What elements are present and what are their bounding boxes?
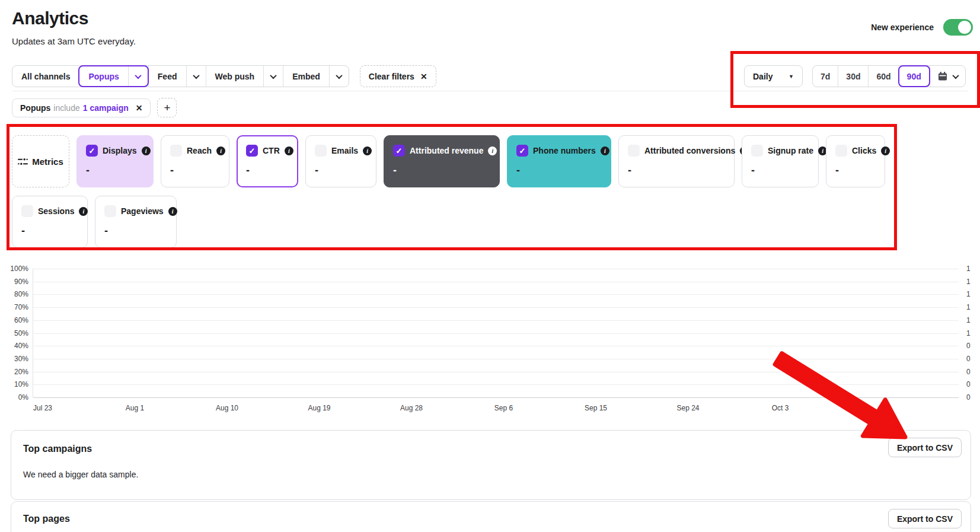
y-axis-tick-right: 1 bbox=[966, 303, 971, 311]
chart-plot: 100%190%180%170%160%150%140%030%020%010%… bbox=[33, 269, 959, 397]
granularity-select[interactable]: Daily ▼ bbox=[744, 65, 803, 87]
checkbox-unchecked[interactable] bbox=[104, 205, 116, 217]
new-experience-toggle[interactable] bbox=[943, 19, 973, 36]
metric-card-reach[interactable]: Reach i - bbox=[161, 135, 229, 187]
add-filter-button[interactable]: + bbox=[157, 98, 177, 117]
metric-label: Reach bbox=[187, 146, 212, 155]
range-90d[interactable]: 90d bbox=[898, 65, 930, 87]
granularity-value: Daily bbox=[753, 72, 772, 81]
chevron-down-icon bbox=[952, 72, 959, 78]
range-7d[interactable]: 7d bbox=[813, 66, 838, 87]
y-axis-tick-left: 70% bbox=[14, 303, 28, 311]
x-axis-tick: Aug 28 bbox=[400, 404, 423, 412]
checkbox-checked[interactable]: ✓ bbox=[393, 145, 405, 157]
y-axis-tick-left: 80% bbox=[14, 290, 28, 298]
channel-feed-label[interactable]: Feed bbox=[149, 66, 186, 87]
y-axis-tick-right: 0 bbox=[966, 393, 971, 402]
top-campaigns-title: Top campaigns bbox=[23, 444, 92, 454]
info-icon[interactable]: i bbox=[601, 146, 609, 155]
channel-filter-row: All channels Popups Feed Web push Embed … bbox=[12, 65, 436, 87]
info-icon[interactable]: i bbox=[363, 146, 372, 155]
metric-value: - bbox=[751, 164, 809, 177]
checkbox-unchecked[interactable] bbox=[315, 145, 327, 157]
close-icon: ✕ bbox=[420, 72, 427, 81]
info-icon[interactable]: i bbox=[79, 207, 88, 216]
analytics-chart: 100%190%180%170%160%150%140%030%020%010%… bbox=[12, 265, 980, 419]
metric-label: Phone numbers bbox=[533, 146, 596, 155]
y-axis-tick-right: 1 bbox=[966, 290, 971, 298]
divider bbox=[12, 91, 968, 91]
info-icon[interactable]: i bbox=[285, 146, 293, 155]
metric-card-sessions[interactable]: Sessions i - bbox=[12, 196, 88, 248]
plus-icon: + bbox=[164, 101, 170, 114]
metric-label: Attributed conversions bbox=[644, 146, 735, 155]
channel-all-channels[interactable]: All channels bbox=[12, 66, 79, 87]
info-icon[interactable]: i bbox=[881, 146, 890, 155]
range-30d[interactable]: 30d bbox=[838, 66, 868, 87]
metric-card-pageviews[interactable]: Pageviews i - bbox=[95, 196, 177, 248]
y-axis-tick-right: 0 bbox=[966, 355, 971, 363]
metric-card-attributed-conversions[interactable]: Attributed conversions i - bbox=[618, 135, 735, 187]
info-icon[interactable]: i bbox=[488, 146, 497, 155]
popups-campaign-filter-tag[interactable]: Popups include 1 campaign ✕ bbox=[12, 98, 151, 117]
channel-embed[interactable]: Embed bbox=[283, 66, 349, 87]
gridline bbox=[33, 269, 959, 269]
metric-label: Attributed revenue bbox=[410, 146, 483, 155]
page-title: Analytics bbox=[12, 8, 88, 28]
metric-card-clicks[interactable]: Clicks i - bbox=[826, 135, 885, 187]
metric-label: Sessions bbox=[38, 206, 74, 216]
metric-card-signup-rate[interactable]: Signup rate i - bbox=[742, 135, 819, 187]
y-axis-tick-left: 90% bbox=[14, 278, 28, 286]
custom-date-range-button[interactable] bbox=[930, 66, 965, 87]
checkbox-checked[interactable]: ✓ bbox=[516, 145, 528, 157]
checkbox-unchecked[interactable] bbox=[751, 145, 763, 157]
metric-card-ctr[interactable]: ✓ CTR i - bbox=[237, 135, 298, 187]
metric-card-emails[interactable]: Emails i - bbox=[305, 135, 376, 187]
info-icon[interactable]: i bbox=[168, 207, 177, 216]
checkbox-unchecked[interactable] bbox=[170, 145, 182, 157]
export-csv-button[interactable]: Export to CSV bbox=[888, 509, 962, 528]
export-csv-label: Export to CSV bbox=[897, 514, 953, 524]
checkbox-checked[interactable]: ✓ bbox=[86, 145, 98, 157]
metric-card-phone-numbers[interactable]: ✓ Phone numbers i - bbox=[507, 135, 611, 187]
metric-value: - bbox=[21, 225, 78, 237]
close-icon[interactable]: ✕ bbox=[136, 103, 143, 113]
metric-label: Signup rate bbox=[768, 146, 813, 155]
channel-popups[interactable]: Popups bbox=[78, 65, 148, 87]
metric-card-attributed-revenue[interactable]: ✓ Attributed revenue i - bbox=[384, 135, 500, 187]
new-experience-label: New experience bbox=[871, 23, 934, 32]
feed-dropdown-button[interactable] bbox=[186, 66, 206, 87]
channel-web-push[interactable]: Web push bbox=[206, 66, 283, 87]
clear-filters-button[interactable]: Clear filters ✕ bbox=[360, 65, 436, 87]
export-csv-button[interactable]: Export to CSV bbox=[888, 438, 962, 457]
checkbox-checked[interactable]: ✓ bbox=[246, 145, 258, 157]
checkbox-unchecked[interactable] bbox=[21, 205, 33, 217]
chevron-down-icon bbox=[336, 72, 342, 78]
popups-dropdown-button[interactable] bbox=[128, 66, 148, 86]
info-icon[interactable]: i bbox=[142, 146, 151, 155]
checkbox-unchecked[interactable] bbox=[628, 145, 640, 157]
metric-label: Emails bbox=[331, 146, 358, 155]
metric-value: - bbox=[86, 164, 144, 177]
metrics-button[interactable]: Metrics bbox=[12, 135, 69, 187]
new-experience-control: New experience bbox=[871, 19, 973, 36]
channel-web-push-label[interactable]: Web push bbox=[206, 66, 264, 87]
tag-campaign-count[interactable]: 1 campaign bbox=[83, 103, 129, 113]
y-axis-tick-left: 10% bbox=[14, 380, 28, 388]
range-60d[interactable]: 60d bbox=[868, 66, 898, 87]
x-axis-tick: Aug 10 bbox=[216, 404, 238, 412]
embed-dropdown-button[interactable] bbox=[329, 66, 349, 87]
metric-card-displays[interactable]: ✓ Displays i - bbox=[76, 135, 154, 187]
channel-embed-label[interactable]: Embed bbox=[283, 66, 329, 87]
channel-feed[interactable]: Feed bbox=[148, 66, 206, 87]
y-axis-tick-right: 1 bbox=[966, 278, 971, 286]
y-axis-tick-left: 60% bbox=[14, 316, 28, 324]
y-axis-tick-left: 20% bbox=[14, 368, 28, 376]
channel-popups-label[interactable]: Popups bbox=[79, 66, 127, 86]
checkbox-unchecked[interactable] bbox=[835, 145, 847, 157]
toggle-knob bbox=[958, 21, 971, 34]
gridline bbox=[33, 333, 959, 334]
web-push-dropdown-button[interactable] bbox=[263, 66, 283, 87]
gridline bbox=[33, 294, 959, 295]
info-icon[interactable]: i bbox=[216, 146, 225, 155]
